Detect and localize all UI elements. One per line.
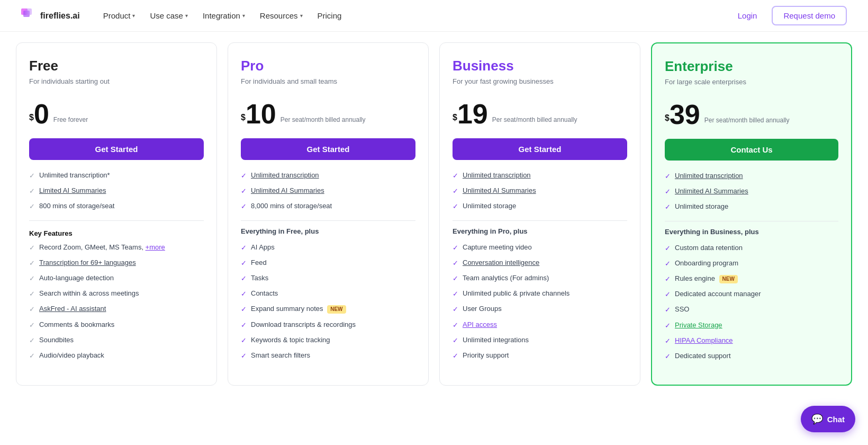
feature-list-pro: ✓ AI Apps ✓ Feed ✓ Tasks ✓ Contacts ✓ [241, 243, 415, 361]
feature-item: ✓ Unlimited storage [665, 202, 838, 212]
get-started-pro-button[interactable]: Get Started [241, 138, 415, 160]
currency-free: $ [29, 113, 34, 122]
feature-text: Team analytics (For admins) [463, 273, 549, 283]
request-demo-button[interactable]: Request demo [772, 6, 847, 25]
feature-item: ✓ Smart search filters [241, 351, 415, 361]
chevron-down-icon: ▾ [132, 13, 135, 19]
check-icon: ✓ [241, 305, 247, 314]
navbar: fireflies.ai Product ▾ Use case ▾ Integr… [0, 0, 868, 32]
badge-new: NEW [327, 305, 346, 314]
contact-us-button[interactable]: Contact Us [665, 139, 838, 161]
feature-text: HIPAA Compliance [675, 336, 733, 345]
pricing-section: Free For individuals starting out $ 0 Fr… [0, 32, 868, 407]
check-icon: ✓ [29, 351, 35, 361]
feature-list-business: ✓ Capture meeting video ✓ Conversation i… [453, 243, 627, 361]
nav-usecase[interactable]: Use case ▾ [143, 8, 194, 23]
get-started-business-button[interactable]: Get Started [453, 138, 627, 160]
feature-item: ✓ User Groups [453, 304, 627, 314]
feature-text: Conversation intelligence [463, 258, 539, 268]
nav-links: Product ▾ Use case ▾ Integration ▾ Resou… [97, 8, 348, 23]
plan-tagline-pro: For individuals and small teams [241, 77, 415, 85]
plan-name-free: Free [29, 58, 204, 74]
feature-item: ✓ Unlimited AI Summaries [241, 186, 415, 196]
feature-text: Capture meeting video [463, 243, 532, 252]
check-icon: ✓ [453, 259, 458, 268]
plan-name-business: Business [453, 58, 627, 74]
check-icon: ✓ [29, 171, 35, 181]
feature-item: ✓ Auto-language detection [29, 273, 204, 283]
plan-card-enterprise: Enterprise For large scale enterprises $… [651, 42, 852, 386]
plan-name-enterprise: Enterprise [665, 58, 838, 75]
check-icon: ✓ [241, 171, 247, 181]
check-icon: ✓ [453, 336, 458, 345]
nav-integration[interactable]: Integration ▾ [196, 8, 251, 23]
feature-item: ✓ Unlimited transcription [241, 171, 415, 181]
login-button[interactable]: Login [729, 7, 766, 24]
feature-item: ✓ Unlimited transcription [665, 171, 838, 181]
check-icon: ✓ [29, 243, 35, 253]
check-icon: ✓ [241, 289, 247, 299]
check-icon: ✓ [241, 202, 247, 211]
check-icon: ✓ [453, 289, 458, 299]
nav-pricing[interactable]: Pricing [311, 8, 348, 23]
feature-item: ✓ Expand summary notes NEW [241, 304, 415, 314]
top-features-free: ✓ Unlimited transcription* ✓ Limited AI … [29, 171, 204, 212]
feature-text: Unlimited storage [675, 202, 728, 211]
feature-text: Search within & across meetings [39, 289, 139, 298]
feature-item: ✓ Keywords & topic tracking [241, 335, 415, 345]
check-icon: ✓ [241, 321, 247, 330]
nav-product[interactable]: Product ▾ [97, 8, 142, 23]
check-icon: ✓ [453, 243, 458, 253]
plan-tagline-enterprise: For large scale enterprises [665, 78, 838, 86]
check-icon: ✓ [665, 321, 671, 331]
plus-header-pro: Everything in Free, plus [241, 227, 415, 235]
feature-text: Private Storage [675, 321, 722, 330]
check-icon: ✓ [665, 187, 671, 197]
currency-enterprise: $ [665, 113, 670, 123]
feature-text: Unlimited transcription [251, 171, 319, 180]
check-icon: ✓ [29, 321, 35, 330]
feature-text: Limited AI Summaries [39, 186, 106, 195]
feature-text: Unlimited transcription [675, 171, 743, 181]
plan-price-business: $ 19 Per seat/month billed annually [453, 96, 627, 128]
plan-tagline-business: For your fast growing businesses [453, 77, 627, 85]
check-icon: ✓ [241, 259, 247, 268]
feature-text: Contacts [251, 289, 278, 298]
plus-header-enterprise: Everything in Business, plus [665, 228, 838, 236]
nav-left: fireflies.ai Product ▾ Use case ▾ Integr… [21, 8, 348, 23]
check-icon: ✓ [453, 186, 458, 196]
get-started-free-button[interactable]: Get Started [29, 138, 204, 160]
feature-text: Rules engine NEW [675, 274, 738, 283]
feature-text: User Groups [463, 304, 502, 314]
top-features-business: ✓ Unlimited transcription ✓ Unlimited AI… [453, 171, 627, 212]
feature-text: AI Apps [251, 243, 275, 252]
svg-rect-2 [25, 8, 32, 15]
feature-item: ✓ Dedicated account manager [665, 289, 838, 299]
logo[interactable]: fireflies.ai [21, 8, 80, 23]
feature-item: ✓ 800 mins of storage/seat [29, 201, 204, 211]
check-icon: ✓ [29, 305, 35, 314]
feature-text: Dedicated account manager [675, 289, 761, 299]
check-icon: ✓ [665, 202, 671, 212]
check-icon: ✓ [665, 352, 671, 361]
divider [29, 220, 204, 221]
logo-text: fireflies.ai [40, 11, 80, 21]
feature-item: ✓ Transcription for 69+ languages [29, 258, 204, 268]
feature-item: ✓ Priority support [453, 351, 627, 361]
feature-text: Download transcripts & recordings [251, 320, 356, 330]
plan-name-pro: Pro [241, 58, 415, 74]
feature-text: Onboarding program [675, 259, 738, 268]
feature-item: ✓ Dedicated support [665, 351, 838, 361]
divider [241, 220, 415, 221]
feature-item: ✓ Rules engine NEW [665, 274, 838, 284]
nav-resources[interactable]: Resources ▾ [254, 8, 309, 23]
feature-item: ✓ Unlimited storage [453, 201, 627, 211]
feature-item: ✓ Download transcripts & recordings [241, 320, 415, 330]
feature-item: ✓ Onboarding program [665, 259, 838, 269]
amount-business: 19 [457, 100, 488, 128]
logo-icon [21, 8, 36, 23]
chevron-down-icon: ▾ [242, 13, 245, 19]
check-icon: ✓ [241, 274, 247, 283]
feature-item: ✓ Unlimited transcription [453, 171, 627, 181]
plan-card-pro: Pro For individuals and small teams $ 10… [228, 42, 429, 386]
